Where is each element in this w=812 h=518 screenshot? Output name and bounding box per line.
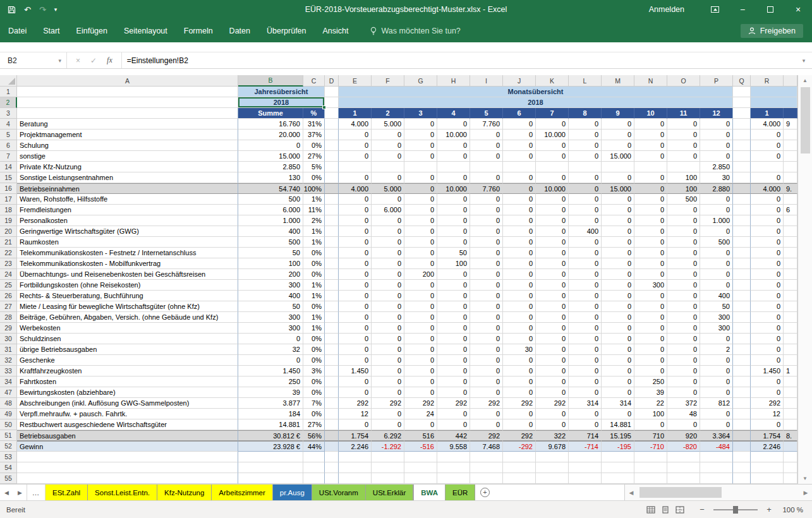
cell-F51[interactable]: 6.292 — [372, 430, 404, 441]
cell-J34[interactable]: 0 — [503, 376, 536, 387]
cell-B48[interactable]: 3.877 — [238, 398, 303, 409]
cell-O17[interactable]: 500 — [667, 194, 700, 205]
cell-B5[interactable]: 20.000 — [238, 130, 303, 140]
cell-S21[interactable] — [784, 237, 797, 248]
cell-D2[interactable] — [325, 97, 339, 108]
cell-H18[interactable]: 0 — [437, 205, 470, 215]
cell-S19[interactable] — [784, 215, 797, 226]
cell-Q55[interactable] — [733, 473, 751, 484]
cell-E18[interactable]: 0 — [339, 205, 372, 215]
fill-handle[interactable] — [322, 105, 326, 109]
cell-B29[interactable]: 300 — [238, 323, 303, 334]
ribbon-tab-start[interactable]: Start — [35, 19, 68, 42]
cell-R26[interactable]: 0 — [751, 291, 784, 301]
cell-M14[interactable] — [602, 162, 634, 172]
cell-R18[interactable]: 0 — [751, 205, 784, 215]
cell-K15[interactable]: 0 — [536, 172, 569, 183]
cell-N53[interactable] — [634, 452, 667, 462]
cell-L49[interactable]: 0 — [569, 409, 602, 419]
cell-D17[interactable] — [325, 194, 339, 205]
cell-P30[interactable]: 0 — [700, 334, 733, 344]
cell-O30[interactable]: 0 — [667, 334, 700, 344]
cell-J52[interactable]: -292 — [503, 441, 536, 452]
cell-R27[interactable]: 0 — [751, 301, 784, 312]
cell-A16[interactable]: Betriebseinnahmen — [17, 183, 238, 194]
row-header-20[interactable]: 20 — [0, 226, 17, 237]
tell-me-search[interactable]: Was möchten Sie tun? — [370, 27, 461, 35]
cell-D33[interactable] — [325, 366, 339, 376]
cell-I14[interactable] — [470, 162, 503, 172]
ribbon-tab-daten[interactable]: Daten — [221, 19, 258, 42]
cell-K52[interactable]: 9.678 — [536, 441, 569, 452]
cell-A19[interactable]: Personalkosten — [17, 215, 238, 226]
cell-F20[interactable]: 0 — [372, 226, 404, 237]
cell-Q29[interactable] — [733, 323, 751, 334]
cell-J5[interactable]: 0 — [503, 130, 536, 140]
cell-H47[interactable]: 0 — [437, 387, 470, 398]
cell-N26[interactable]: 0 — [634, 291, 667, 301]
cell-F6[interactable]: 0 — [372, 140, 404, 151]
cell-R19[interactable]: 0 — [751, 215, 784, 226]
cell-A20[interactable]: Geringwertige Wirtschaftsgüter (GWG) — [17, 226, 238, 237]
cell-E48[interactable]: 292 — [339, 398, 372, 409]
column-header-R[interactable]: R — [751, 75, 784, 87]
cell-N54[interactable] — [634, 462, 667, 473]
cell-F33[interactable]: 0 — [372, 366, 404, 376]
cell-Q5[interactable] — [733, 130, 751, 140]
cell-month-header-3[interactable]: 3 — [404, 108, 437, 119]
cell-D4[interactable] — [325, 119, 339, 130]
cell-G17[interactable]: 0 — [404, 194, 437, 205]
cell-R34[interactable]: 0 — [751, 376, 784, 387]
cell-S23[interactable] — [784, 258, 797, 269]
cell-K30[interactable]: 0 — [536, 334, 569, 344]
cell-O23[interactable]: 0 — [667, 258, 700, 269]
cell-R20[interactable]: 0 — [751, 226, 784, 237]
cell-Q26[interactable] — [733, 291, 751, 301]
cell-J15[interactable]: 0 — [503, 172, 536, 183]
cell-G48[interactable]: 292 — [404, 398, 437, 409]
cell-K28[interactable]: 0 — [536, 312, 569, 323]
cell-month-header-1[interactable]: 1 — [339, 108, 372, 119]
cell-N48[interactable]: 22 — [634, 398, 667, 409]
cell-N5[interactable]: 0 — [634, 130, 667, 140]
selected-cell-B2[interactable]: 2018 — [238, 97, 325, 108]
cell-C30[interactable]: 0% — [303, 334, 325, 344]
cell-right-block-year[interactable] — [751, 97, 797, 108]
cell-H23[interactable]: 100 — [437, 258, 470, 269]
cell-R4[interactable]: 4.000 — [751, 119, 784, 130]
row-header-3[interactable]: 3 — [0, 108, 17, 119]
cell-F5[interactable]: 0 — [372, 130, 404, 140]
cell-N7[interactable]: 0 — [634, 151, 667, 162]
cell-R15[interactable]: 0 — [751, 172, 784, 183]
vertical-scrollbar[interactable]: ▲ ▼ — [797, 75, 812, 484]
cell-J20[interactable]: 0 — [503, 226, 536, 237]
cell-A48[interactable]: Abschreibungen (inkl. Auflösung GWG-Samm… — [17, 398, 238, 409]
cell-Q6[interactable] — [733, 140, 751, 151]
cell-K53[interactable] — [536, 452, 569, 462]
cell-O54[interactable] — [667, 462, 700, 473]
cell-L50[interactable]: 0 — [569, 419, 602, 430]
zoom-slider-thumb[interactable] — [733, 506, 738, 514]
cell-K54[interactable] — [536, 462, 569, 473]
cell-J4[interactable]: 0 — [503, 119, 536, 130]
row-header-27[interactable]: 27 — [0, 301, 17, 312]
cell-M4[interactable]: 0 — [602, 119, 634, 130]
cell-P21[interactable]: 500 — [700, 237, 733, 248]
cell-F49[interactable]: 0 — [372, 409, 404, 419]
cell-P27[interactable]: 50 — [700, 301, 733, 312]
cell-I55[interactable] — [470, 473, 503, 484]
cell-A55[interactable] — [17, 473, 238, 484]
cell-R7[interactable]: 0 — [751, 151, 784, 162]
cell-I26[interactable]: 0 — [470, 291, 503, 301]
cell-N4[interactable]: 0 — [634, 119, 667, 130]
undo-icon[interactable]: ↶ — [24, 6, 31, 14]
cell-K33[interactable]: 0 — [536, 366, 569, 376]
cell-right-block-title[interactable] — [751, 87, 797, 97]
cell-A25[interactable]: Fortbildungskosten (ohne Reisekosten) — [17, 280, 238, 291]
cell-J33[interactable]: 0 — [503, 366, 536, 376]
sheet-tab-overflow[interactable]: … — [27, 485, 45, 500]
cell-O49[interactable]: 48 — [667, 409, 700, 419]
cell-G31[interactable]: 0 — [404, 344, 437, 355]
cell-L53[interactable] — [569, 452, 602, 462]
cell-O14[interactable] — [667, 162, 700, 172]
